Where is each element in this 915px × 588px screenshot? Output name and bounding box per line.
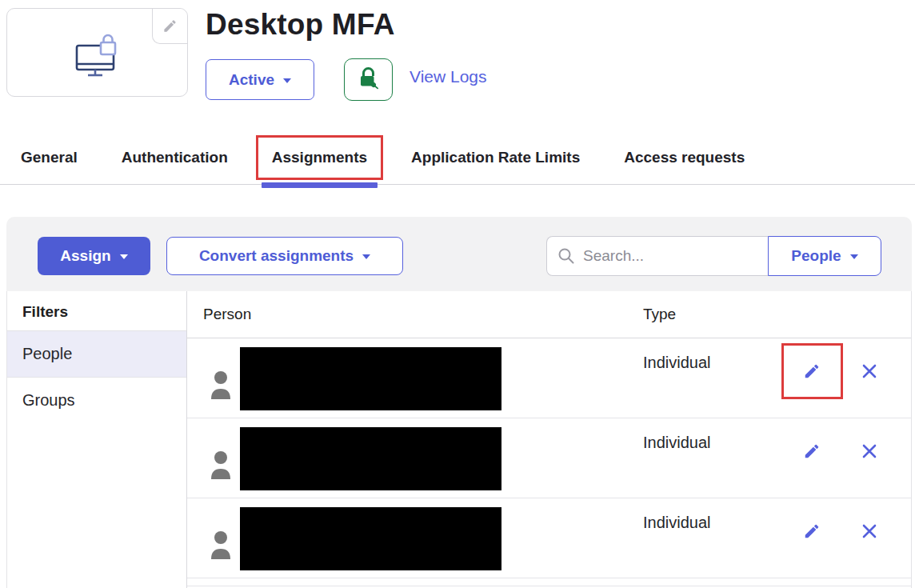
chevron-down-icon	[283, 78, 291, 83]
sign-on-policy-button[interactable]	[344, 58, 393, 101]
lock-with-key-icon	[358, 66, 380, 93]
remove-assignment-button[interactable]	[860, 362, 879, 382]
edit-assignment-button[interactable]	[802, 362, 821, 382]
assign-dropdown-button[interactable]: Assign	[38, 237, 150, 275]
convert-assignments-label: Convert assignments	[199, 247, 354, 265]
edit-assignment-button[interactable]	[802, 442, 821, 462]
tab-application-rate-limits[interactable]: Application Rate Limits	[411, 149, 580, 166]
x-icon	[861, 363, 877, 379]
remove-assignment-button[interactable]	[860, 442, 879, 462]
column-header-person: Person	[187, 291, 643, 338]
search-scope-dropdown-button[interactable]: People	[768, 236, 881, 276]
filter-item-groups[interactable]: Groups	[7, 378, 186, 424]
chevron-down-icon	[362, 254, 370, 259]
redacted-person-name	[240, 507, 501, 570]
assign-label: Assign	[60, 247, 110, 265]
tab-access-requests[interactable]: Access requests	[624, 149, 745, 166]
assignments-toolbar: Assign Convert assignments People	[6, 217, 912, 291]
edit-assignment-button[interactable]	[802, 522, 821, 542]
person-icon	[210, 370, 232, 404]
pencil-icon	[803, 442, 821, 460]
search-scope-label: People	[791, 247, 841, 265]
tab-bar: General Authentication Assignments Appli…	[0, 128, 915, 185]
assignment-type: Individual	[643, 498, 779, 578]
pencil-icon	[803, 362, 821, 380]
app-logo-card	[6, 8, 188, 97]
redacted-person-name	[240, 427, 501, 490]
filters-sidebar: Filters People Groups	[7, 291, 187, 588]
assignment-type: Individual	[643, 338, 779, 418]
tab-general[interactable]: General	[21, 149, 78, 166]
person-icon	[210, 530, 232, 564]
person-icon	[210, 450, 232, 484]
search-icon	[557, 247, 575, 265]
table-header-row: Person Type	[187, 291, 911, 338]
assignments-content: Filters People Groups Person Type Indivi…	[6, 291, 912, 588]
status-dropdown-button[interactable]: Active	[206, 59, 314, 100]
pencil-icon	[803, 522, 821, 540]
pencil-icon	[162, 18, 178, 34]
chevron-down-icon	[850, 254, 858, 259]
x-icon	[861, 443, 877, 459]
table-row: Individual	[187, 418, 911, 498]
desktop-with-padlock-icon	[69, 32, 126, 85]
table-row: Individual	[187, 338, 911, 418]
filters-heading: Filters	[7, 291, 186, 331]
tab-assignments-label: Assignments	[272, 149, 367, 166]
search-input[interactable]	[546, 236, 768, 276]
page-title: Desktop MFA	[206, 8, 395, 42]
x-icon	[861, 523, 877, 539]
column-header-type: Type	[643, 291, 779, 338]
partial-next-row	[187, 578, 911, 586]
view-logs-link[interactable]: View Logs	[410, 67, 487, 86]
tab-authentication[interactable]: Authentication	[122, 149, 228, 166]
edit-logo-button[interactable]	[152, 9, 187, 44]
status-label: Active	[229, 71, 274, 89]
search-group: People	[546, 236, 881, 276]
filter-item-people[interactable]: People	[7, 331, 186, 378]
remove-assignment-button[interactable]	[860, 522, 879, 542]
assignment-type: Individual	[643, 418, 779, 498]
table-row: Individual	[187, 498, 911, 578]
assignments-table: Person Type Individual	[187, 291, 911, 588]
redacted-person-name	[240, 347, 501, 410]
tab-assignments[interactable]: Assignments	[272, 149, 367, 166]
convert-assignments-dropdown-button[interactable]: Convert assignments	[166, 237, 403, 275]
chevron-down-icon	[120, 254, 128, 259]
